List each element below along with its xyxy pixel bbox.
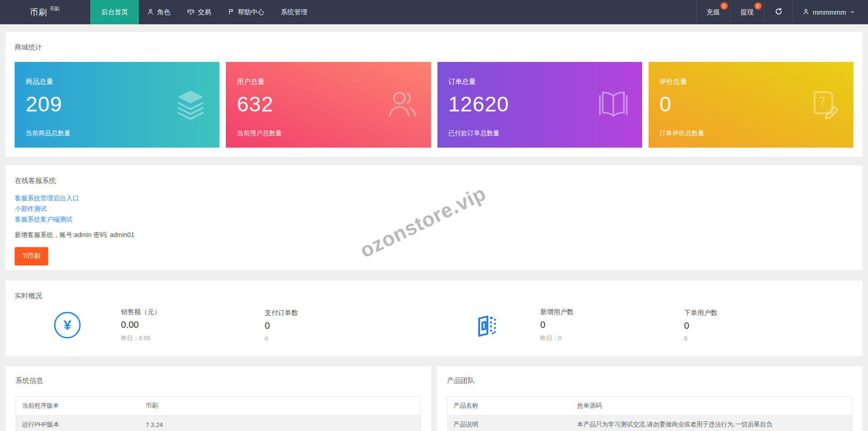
stat-cards: 商品总量 209 当前商品总数量 用户总量 632 当前用户总数量 [15, 62, 853, 148]
stat-value: 0 [540, 320, 644, 330]
row-label: 产品名称 [448, 402, 577, 410]
menu-item-trade-label: 交易 [198, 8, 211, 17]
refresh-icon [775, 7, 783, 17]
app-logo-superscript: 币刷 [49, 6, 60, 12]
system-info-table: 当前程序版本 币刷 运行PHP版本 7.3.24 [16, 396, 421, 431]
system-info-panel: 系统信息 当前程序版本 币刷 运行PHP版本 7.3.24 [5, 366, 431, 431]
top-navbar: 币刷 币刷 后台首页 角色 交易 帮助中心 系统管理 充值 0 提现 0 [0, 0, 868, 24]
table-row: 当前程序版本 币刷 [16, 397, 420, 415]
chevron-up-icon [850, 9, 855, 16]
stat-card-orders[interactable]: 订单总量 12620 已付款订单总数量 [437, 62, 642, 148]
menu-item-home-label: 后台首页 [101, 8, 128, 17]
sales-amount-stat: 销售额（元） 0.00 昨日：0.00 [121, 308, 224, 343]
stat-yesterday: 0 [684, 335, 788, 342]
row-value: 币刷 [146, 402, 420, 410]
book-icon [596, 87, 630, 123]
review-icon: ? [808, 87, 841, 123]
menu-item-home[interactable]: 后台首页 [90, 0, 139, 24]
stat-card-label: 评价总量 [660, 77, 842, 86]
users-icon [385, 87, 419, 123]
menu-item-roles[interactable]: 角色 [139, 0, 179, 24]
admin-dashboard: { "navbar": { "logo": "币刷", "logo_sup": … [0, 0, 868, 431]
menu-item-trade[interactable]: 交易 [179, 0, 219, 24]
service-account-note: 新增客服系统，账号:admin 密码: admin01 [15, 231, 853, 239]
product-team-panel: 产品团队 产品名称 抢单源码 产品说明 本产品只为学习测试交流,请勿要做商业或者… [437, 366, 863, 431]
stat-label: 销售额（元） [121, 308, 224, 316]
refresh-button[interactable] [764, 0, 793, 24]
menu-item-system-admin[interactable]: 系统管理 [273, 0, 316, 24]
table-row: 产品名称 抢单源码 [448, 397, 852, 415]
withdraw-button[interactable]: 提现 0 [730, 0, 764, 24]
stat-card-label: 商品总量 [26, 77, 208, 86]
stat-label: 新增用户数 [540, 308, 644, 316]
stat-yesterday: 0 [265, 335, 368, 342]
recharge-label: 充值 [707, 8, 720, 17]
recharge-button[interactable]: 充值 0 [696, 0, 730, 24]
stat-value: 0 [684, 320, 788, 331]
stat-value: 0.00 [121, 320, 224, 330]
shop-stats-panel: 商城统计 商品总量 209 当前商品总数量 用户总量 632 当前用户总数量 [5, 32, 863, 157]
menu-item-system-admin-label: 系统管理 [281, 8, 307, 17]
system-info-title: 系统信息 [16, 376, 421, 385]
row-label: 产品说明 [448, 420, 577, 429]
service-client-test-link[interactable]: 客服系统客户端测试 [15, 214, 853, 225]
app-logo[interactable]: 币刷 币刷 [0, 0, 90, 24]
stat-label: 下单用户数 [684, 309, 788, 317]
realtime-grid: ¥ 销售额（元） 0.00 昨日：0.00 支付订单数 0 0 [15, 308, 853, 343]
withdraw-label: 提现 [741, 8, 754, 17]
realtime-users-group: 新增用户数 0 昨日：0 下单用户数 0 0 [434, 308, 854, 343]
row-value: 本产品只为学习测试交流,请勿要做商业或者用于违法行为,一切后果自负 [577, 420, 852, 429]
stat-yesterday: 昨日：0.00 [121, 334, 224, 343]
row-value: 抢单源码 [577, 402, 852, 410]
new-users-stat: 新增用户数 0 昨日：0 [540, 308, 644, 343]
yen-icon: ¥ [54, 312, 81, 338]
service-admin-entry-link[interactable]: 客服系统管理后台入口 [15, 193, 853, 204]
row-label: 当前程序版本 [16, 402, 146, 410]
stat-card-sublabel: 已付款订单总数量 [448, 129, 500, 138]
menu-item-help-center[interactable]: 帮助中心 [219, 0, 273, 24]
row-label: 运行PHP版本 [16, 420, 146, 429]
table-row: 产品说明 本产品只为学习测试交流,请勿要做商业或者用于违法行为,一切后果自负 [448, 415, 852, 431]
svg-text:?: ? [819, 94, 826, 109]
building-icon [474, 312, 500, 338]
paid-orders-stat: 支付订单数 0 0 [265, 309, 368, 342]
stat-card-products[interactable]: 商品总量 209 当前商品总数量 [15, 62, 219, 148]
widget-test-link[interactable]: 小部件测试 [15, 204, 853, 214]
stat-value: 0 [265, 320, 368, 331]
menu-item-help-center-label: 帮助中心 [238, 8, 264, 17]
ordering-users-stat: 下单用户数 0 0 [684, 309, 788, 342]
navbar-right-actions: 充值 0 提现 0 mmmmmm [696, 0, 868, 24]
menu-item-roles-label: 角色 [157, 8, 170, 17]
online-service-title: 在线客服系统 [15, 177, 853, 185]
stat-card-reviews[interactable]: 评价总量 0 订单评价总数量 ? [649, 62, 853, 148]
table-row: 运行PHP版本 7.3.24 [16, 415, 420, 431]
stat-label: 支付订单数 [265, 309, 368, 317]
user-icon [147, 8, 154, 17]
row-value: 7.3.24 [146, 421, 420, 428]
user-avatar-icon [802, 8, 809, 17]
stat-card-label: 用户总量 [237, 77, 420, 86]
main-menu: 后台首页 角色 交易 帮助中心 系统管理 [90, 0, 316, 24]
realtime-sales-group: ¥ 销售额（元） 0.00 昨日：0.00 支付订单数 0 0 [15, 308, 434, 343]
stat-card-sublabel: 订单评价总数量 [660, 129, 704, 138]
user-name: mmmmmm [813, 9, 846, 16]
product-team-title: 产品团队 [447, 376, 852, 385]
ti-bishua-button[interactable]: Ti币刷 [15, 247, 48, 265]
withdraw-badge: 0 [754, 2, 762, 10]
realtime-overview-title: 实时概况 [15, 292, 853, 300]
stat-card-sublabel: 当前用户总数量 [237, 129, 282, 138]
shop-stats-title: 商城统计 [15, 43, 853, 52]
scales-icon [187, 8, 195, 17]
app-logo-text: 币刷 [30, 7, 47, 18]
stat-yesterday: 昨日：0 [540, 334, 644, 343]
stat-card-label: 订单总量 [448, 77, 631, 86]
user-menu[interactable]: mmmmmm [793, 0, 868, 24]
bottom-panels: 系统信息 当前程序版本 币刷 运行PHP版本 7.3.24 产品团队 产品名称 … [5, 366, 863, 431]
online-service-panel: 在线客服系统 客服系统管理后台入口 小部件测试 客服系统客户端测试 新增客服系统… [5, 166, 863, 270]
stat-card-users[interactable]: 用户总量 632 当前用户总数量 [226, 62, 431, 148]
layers-icon [174, 87, 207, 123]
realtime-overview-panel: 实时概况 ¥ 销售额（元） 0.00 昨日：0.00 支付订单数 0 0 [5, 281, 863, 356]
flag-icon [228, 8, 235, 17]
recharge-badge: 0 [721, 2, 728, 10]
stat-card-sublabel: 当前商品总数量 [26, 129, 71, 138]
